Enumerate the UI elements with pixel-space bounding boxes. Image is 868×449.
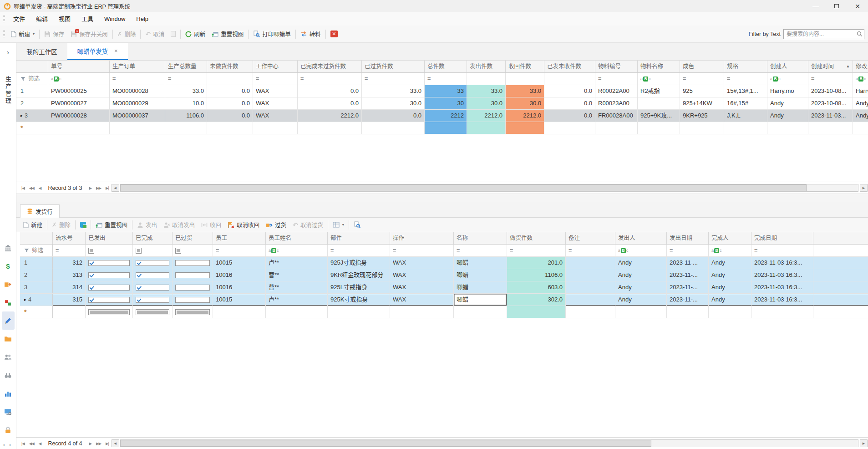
nav-next-button[interactable]: ▶ xyxy=(86,186,94,190)
column-header-7[interactable]: 操作 xyxy=(390,232,454,244)
filter-cell[interactable]: = xyxy=(595,73,638,85)
grid-cell[interactable]: 603.0 xyxy=(507,281,566,293)
grid-cell[interactable]: R2戒指 xyxy=(638,85,680,97)
grid-corner-cell[interactable] xyxy=(16,61,48,72)
report-chart-icon[interactable] xyxy=(2,384,15,403)
filter-cell[interactable]: = xyxy=(53,245,86,256)
grid-cell[interactable]: 2023-10-08... xyxy=(808,97,853,109)
chevron-down-icon[interactable]: ▾ xyxy=(342,223,344,227)
grid-cell[interactable]: Harry.mo xyxy=(853,85,868,97)
filter-cell[interactable] xyxy=(207,73,253,85)
checkbox[interactable] xyxy=(175,260,210,266)
detail-new-button[interactable]: 新建 xyxy=(20,219,46,231)
grid-cell[interactable]: 2023-11-... xyxy=(667,269,709,281)
new-row-indicator[interactable]: * xyxy=(20,306,53,318)
cancel-button[interactable]: ↶ 取消 xyxy=(142,28,168,40)
grid-cell[interactable]: WAX xyxy=(253,85,298,97)
filter-cell[interactable]: = xyxy=(362,73,425,85)
filter-cell[interactable]: = xyxy=(667,245,709,256)
grid-cell[interactable]: 30.0 xyxy=(506,97,544,109)
checkbox[interactable] xyxy=(136,297,169,303)
grid-cell[interactable]: WAX xyxy=(390,294,454,306)
grid-cell[interactable]: WAX xyxy=(390,269,454,281)
grid-cell[interactable]: 315 xyxy=(53,294,86,306)
column-header-1[interactable]: 生产订单 xyxy=(110,61,165,72)
grid-cell[interactable]: 925L寸戒指身 xyxy=(328,281,390,293)
new-row-cell[interactable] xyxy=(615,306,667,318)
checkbox[interactable] xyxy=(175,272,210,278)
grid-cell[interactable]: 925+14KW xyxy=(680,97,724,109)
grid-cell[interactable]: R00022A00 xyxy=(595,85,638,97)
column-header-17[interactable]: 修改人 xyxy=(853,61,868,72)
grid-cell[interactable]: 314 xyxy=(53,281,86,293)
filter-cell[interactable] xyxy=(506,73,544,85)
column-header-4[interactable]: 员工 xyxy=(213,232,266,244)
filter-cell[interactable]: aBc xyxy=(615,245,667,256)
new-row-cell[interactable] xyxy=(667,306,709,318)
chevron-down-icon[interactable]: ▾ xyxy=(33,32,35,36)
grid-cell[interactable]: 10016 xyxy=(213,281,266,293)
grid-cell[interactable]: 2023-10-08... xyxy=(808,85,853,97)
send-out-icon[interactable] xyxy=(2,275,15,293)
column-header-2[interactable]: 生产总数量 xyxy=(165,61,207,72)
column-header-1[interactable]: 已发出 xyxy=(86,232,133,244)
column-header-12[interactable]: 物料名称 xyxy=(638,61,680,72)
nav-prev-button[interactable]: ◀ xyxy=(36,441,44,446)
new-row-cell[interactable] xyxy=(328,306,390,318)
grid-cell[interactable]: 925J寸戒指身 xyxy=(328,257,390,269)
grid-cell[interactable]: 0.0 xyxy=(207,85,253,97)
grid-cell[interactable]: MO00000037 xyxy=(110,110,165,122)
grid-cell[interactable]: 30.0 xyxy=(467,97,506,109)
row-indicator[interactable]: 2 xyxy=(20,269,53,281)
grid-cell[interactable] xyxy=(86,269,133,281)
grid-cell[interactable]: Andy xyxy=(709,281,751,293)
grid-cell[interactable] xyxy=(173,269,213,281)
grid-cell[interactable]: 0.0 xyxy=(298,97,362,109)
filter-cell[interactable]: aBc xyxy=(709,245,751,256)
save-close-button[interactable]: × 保存并关闭 xyxy=(67,28,111,40)
new-row-cell[interactable] xyxy=(133,306,173,318)
grid-cell[interactable]: Andy xyxy=(615,281,667,293)
new-row-cell[interactable] xyxy=(362,122,425,134)
rail-overflow-dots[interactable]: ● ● xyxy=(3,444,13,446)
filter-cell[interactable]: = xyxy=(298,73,362,85)
folder-icon[interactable] xyxy=(2,330,15,348)
horizontal-scrollbar[interactable] xyxy=(120,439,858,447)
grid-cell[interactable]: 15#,13#,1... xyxy=(724,85,767,97)
grid-cell[interactable]: 曹** xyxy=(266,281,328,293)
new-row-cell[interactable] xyxy=(266,306,328,318)
new-row-cell[interactable] xyxy=(48,122,110,134)
scroll-right-button[interactable]: ▶ xyxy=(860,439,868,447)
checkbox[interactable] xyxy=(136,285,169,291)
grid-cell[interactable]: 0.0 xyxy=(298,85,362,97)
new-row-cell[interactable] xyxy=(680,122,724,134)
row-indicator[interactable]: ▸3 xyxy=(16,110,48,122)
grid-cell[interactable]: 2212.0 xyxy=(298,110,362,122)
cancel-recall-button[interactable]: 取消收回 xyxy=(224,219,263,231)
new-row-cell[interactable] xyxy=(506,122,544,134)
preview-button[interactable] xyxy=(350,219,364,231)
grid-cell[interactable]: 唧蜡 xyxy=(454,281,507,293)
new-row-cell[interactable] xyxy=(86,306,133,318)
grid-cell[interactable]: MO00000028 xyxy=(110,85,165,97)
column-header-9[interactable]: 做货件数 xyxy=(507,232,566,244)
grid-cell[interactable]: 925+9K玫... xyxy=(638,110,680,122)
detail-reset-view-button[interactable]: 重置视图 xyxy=(92,219,131,231)
filter-cell[interactable] xyxy=(173,245,213,256)
grid-cell[interactable]: 2212.0 xyxy=(506,110,544,122)
column-header-15[interactable]: 创建人 xyxy=(767,61,808,72)
filter-cell[interactable]: aBc xyxy=(266,245,328,256)
nav-last-button[interactable]: ▶| xyxy=(103,186,111,190)
nav-prev-page-button[interactable]: ◀◀ xyxy=(27,186,36,190)
grid-cell[interactable]: WAX xyxy=(253,97,298,109)
grid-cell[interactable]: WAX xyxy=(390,257,454,269)
filter-cell[interactable] xyxy=(133,245,173,256)
grid-cell[interactable] xyxy=(566,281,615,293)
nav-prev-button[interactable]: ◀ xyxy=(36,186,44,190)
menu-file[interactable]: 文件 xyxy=(8,12,30,26)
reset-view-button[interactable]: 重置视图 xyxy=(208,28,247,40)
checkbox[interactable] xyxy=(136,272,169,278)
new-row-cell[interactable] xyxy=(390,306,454,318)
grid-cell[interactable]: PW00000028 xyxy=(48,110,110,122)
grid-cell[interactable]: Andy xyxy=(709,269,751,281)
